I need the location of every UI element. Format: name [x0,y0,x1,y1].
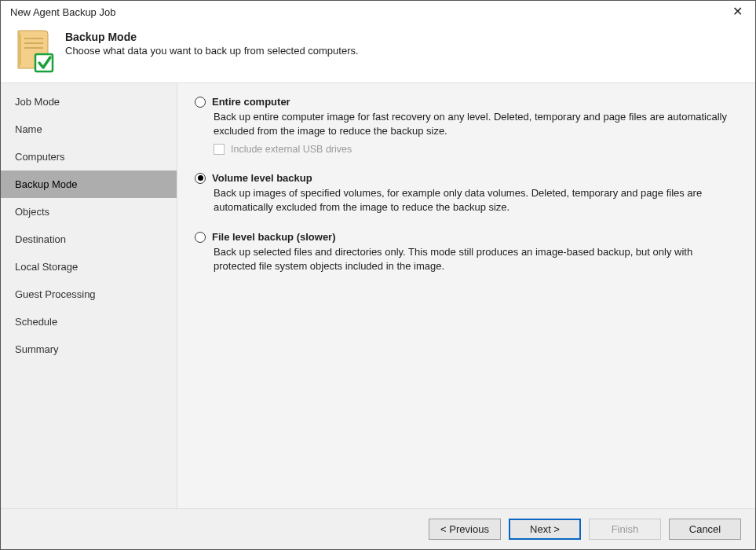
wizard-icon [13,28,54,73]
wizard-content: Entire computer Back up entire computer … [177,83,755,508]
option-title: File level backup (slower) [212,231,336,243]
sidebar-item-backup-mode[interactable]: Backup Mode [1,170,177,198]
sidebar-item-computers[interactable]: Computers [1,143,177,170]
wizard-header-text: Backup Mode Choose what data you want to… [65,28,359,57]
option-desc: Back up images of specified volumes, for… [214,186,732,214]
checkbox-include-usb: Include external USB drives [214,144,738,155]
option-entire-computer[interactable]: Entire computer Back up entire computer … [195,96,738,155]
option-title: Entire computer [212,96,290,108]
sidebar-item-local-storage[interactable]: Local Storage [1,253,177,280]
sidebar-item-schedule[interactable]: Schedule [1,308,177,336]
wizard-footer: < Previous Next > Finish Cancel [1,508,755,549]
dialog-window: New Agent Backup Job ✕ Backup Mode Choos… [0,0,756,550]
sidebar-item-name[interactable]: Name [1,116,177,143]
cancel-button[interactable]: Cancel [669,519,741,540]
option-head: File level backup (slower) [195,231,738,243]
previous-button[interactable]: < Previous [429,519,501,540]
sidebar-item-objects[interactable]: Objects [1,198,177,226]
radio-icon[interactable] [195,97,206,108]
wizard-steps-sidebar: Job Mode Name Computers Backup Mode Obje… [1,83,177,508]
sidebar-item-guest-processing[interactable]: Guest Processing [1,280,177,308]
title-bar: New Agent Backup Job ✕ [1,1,755,21]
sidebar-item-destination[interactable]: Destination [1,226,177,253]
sidebar-item-summary[interactable]: Summary [1,336,177,363]
option-head: Volume level backup [195,172,738,184]
finish-button: Finish [589,519,661,540]
checkbox-icon [214,144,225,155]
option-file-level[interactable]: File level backup (slower) Back up selec… [195,231,738,273]
page-subtitle: Choose what data you want to back up fro… [65,45,359,57]
sidebar-item-job-mode[interactable]: Job Mode [1,88,177,116]
radio-icon[interactable] [195,173,206,184]
wizard-header: Backup Mode Choose what data you want to… [1,21,755,83]
option-title: Volume level backup [212,172,312,184]
option-desc: Back up entire computer image for fast r… [214,110,732,138]
radio-icon[interactable] [195,232,206,243]
option-desc: Back up selected files and directories o… [214,245,732,273]
option-head: Entire computer [195,96,738,108]
window-title: New Agent Backup Job [10,6,115,18]
page-title: Backup Mode [65,31,359,43]
option-volume-level[interactable]: Volume level backup Back up images of sp… [195,172,738,214]
checkbox-label: Include external USB drives [231,144,352,155]
close-icon[interactable]: ✕ [728,6,747,18]
next-button[interactable]: Next > [509,519,581,540]
wizard-body: Job Mode Name Computers Backup Mode Obje… [1,83,755,508]
